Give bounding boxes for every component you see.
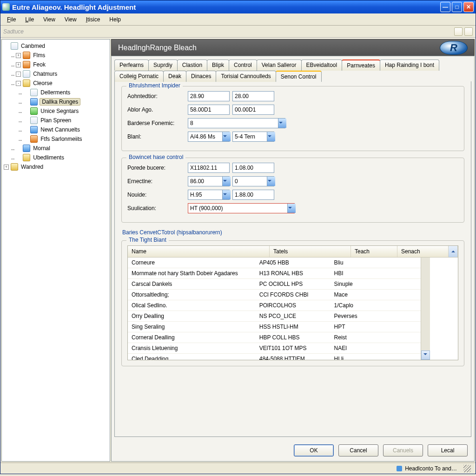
blanl-combo-2[interactable]: 5-4 Tern bbox=[232, 132, 274, 142]
table-row[interactable]: Cled Deadding484-5088 HTTlEMHI li bbox=[128, 354, 421, 360]
expand-icon[interactable]: - bbox=[16, 72, 21, 77]
menu-lile[interactable]: Lile bbox=[20, 15, 39, 24]
suulication-combo[interactable]: HT (900,000) bbox=[188, 203, 295, 213]
tab-dinaces[interactable]: Dinaces bbox=[186, 71, 216, 82]
tree-item[interactable]: +Wandred bbox=[3, 162, 109, 172]
table-row[interactable]: Sing SeralingHSS HSTLl-HMHPT bbox=[128, 322, 421, 332]
local-button[interactable]: Lecal bbox=[428, 444, 468, 456]
ernectlne-combo-2[interactable]: 0 bbox=[232, 176, 274, 186]
tab-strip-row-1: PerfearnsSuprdiyClastionBlipkControlVela… bbox=[112, 56, 474, 70]
aohntedtior-input-1[interactable]: 28.90 bbox=[188, 91, 230, 101]
expand-icon[interactable]: - bbox=[16, 81, 21, 86]
tab-control[interactable]: Control bbox=[229, 60, 257, 71]
tree-item[interactable]: …Ubedliments bbox=[3, 153, 109, 162]
table-row[interactable]: Ottorsaltledlng;CCl FCORDS CHBlMace bbox=[128, 290, 421, 300]
expand-icon[interactable]: + bbox=[16, 53, 21, 58]
menu-help[interactable]: Help bbox=[105, 15, 126, 24]
blanl-combo-1[interactable]: A/4.86 Ms bbox=[188, 132, 230, 142]
resize-grip-icon[interactable] bbox=[463, 465, 471, 472]
tree-item[interactable]: …-Cleorse bbox=[3, 79, 109, 88]
tree-item[interactable]: …Newt Cannuelts bbox=[3, 125, 109, 134]
tree-item-label: Dallka Runges bbox=[40, 98, 80, 106]
tab-torisial-cannoulleds[interactable]: Torisial Cannoulleds bbox=[216, 71, 276, 82]
tab-clastion[interactable]: Clastion bbox=[177, 60, 207, 71]
cell-teach: NAEl bbox=[331, 343, 374, 353]
blue-icon bbox=[30, 126, 38, 133]
menu-view-2[interactable]: View bbox=[60, 15, 81, 24]
folder-icon bbox=[23, 79, 30, 87]
cell-teach: Reist bbox=[331, 332, 374, 343]
tree-item[interactable]: …Ftfs Sarlonmeiits bbox=[3, 134, 109, 144]
tab-hap-rainding-i-bont[interactable]: Hap Rainding I bont bbox=[380, 60, 439, 71]
tree-item[interactable]: …Plan Spreen bbox=[3, 116, 109, 125]
maximize-button[interactable]: □ bbox=[452, 2, 462, 12]
section-link[interactable]: Baries CenvetCTotrol (hipsalbanorurern) bbox=[122, 229, 464, 236]
expand-icon[interactable]: + bbox=[4, 165, 9, 170]
col-senach[interactable]: Senach bbox=[397, 246, 449, 257]
tab-blipk[interactable]: Blipk bbox=[207, 60, 229, 71]
tab-senon-control[interactable]: Senon Control bbox=[276, 71, 322, 82]
cell-senach bbox=[373, 258, 421, 268]
cell-senach bbox=[373, 343, 421, 353]
tab-velan-salleror[interactable]: Velan Salleror bbox=[257, 60, 302, 71]
tab-colleig-pornatic[interactable]: Colleig Pornatic bbox=[114, 71, 164, 82]
tree-view[interactable]: Canbmed…+Flms…+Feok…-Chatmurs…-Cleorse…D… bbox=[2, 40, 110, 461]
tree-item[interactable]: …+Feok bbox=[3, 60, 109, 69]
tree-item[interactable]: …+Flms bbox=[3, 51, 109, 60]
page-icon bbox=[30, 89, 38, 96]
toolbar-button-2[interactable] bbox=[464, 27, 473, 36]
ok-button[interactable]: OK bbox=[294, 444, 334, 456]
ablor-input-1[interactable]: 58.00D1 bbox=[188, 105, 230, 115]
minimize-button[interactable]: — bbox=[440, 2, 450, 12]
cancel-button[interactable]: Cancel bbox=[338, 444, 378, 456]
porede-input-2[interactable]: 1.08.00 bbox=[232, 163, 274, 173]
scroll-up-button[interactable] bbox=[449, 246, 458, 257]
scroll-down-button[interactable] bbox=[421, 350, 430, 360]
table-row[interactable]: Corneral DeallingHBP COLL HBSReist bbox=[128, 332, 421, 343]
table-row[interactable]: Orry DeallingNS PCO_LICEPeverses bbox=[128, 311, 421, 322]
window-title: Eutre Aliageov. Headlight Adjustment bbox=[12, 3, 439, 11]
cancels-button[interactable]: Canuels bbox=[383, 444, 423, 456]
menu-file[interactable]: File bbox=[2, 15, 20, 24]
nouide-input-2[interactable]: 1.88.00 bbox=[232, 190, 274, 200]
tab-perfearns[interactable]: Perfearns bbox=[114, 60, 149, 71]
cell-senach bbox=[373, 322, 421, 332]
table-row[interactable]: Cransis LletueningVElT101 1OT MPSNAEl bbox=[128, 343, 421, 354]
expand-icon[interactable]: + bbox=[16, 62, 21, 67]
tab-parnveates[interactable]: Parnveates bbox=[342, 60, 380, 71]
table-row[interactable]: Mornmate not hary Starth Dobeir Agadares… bbox=[128, 268, 421, 279]
tree-item[interactable]: …Mornal bbox=[3, 144, 109, 153]
toolbar-button-1[interactable] bbox=[454, 27, 463, 36]
table-row[interactable]: Olical Sedlino.POlRCOLHOS1/Caplo bbox=[128, 300, 421, 311]
ablor-input-2[interactable]: 00.00D1 bbox=[232, 105, 274, 115]
tree-item-label: Dellerments bbox=[40, 89, 71, 96]
tree-item[interactable]: …Dellerments bbox=[3, 88, 109, 97]
col-tatels[interactable]: Tatels bbox=[270, 246, 351, 257]
ernectlne-combo-1[interactable]: 86.00 bbox=[188, 176, 230, 186]
tab-suprdiy[interactable]: Suprdiy bbox=[148, 60, 178, 71]
group-bowincet: Bowincet hase control Porede bucere: X11… bbox=[121, 158, 464, 223]
porede-input-1[interactable]: X11802.11 bbox=[188, 163, 230, 173]
menu-itisice[interactable]: Itisice bbox=[81, 15, 105, 24]
tab-ebveidaltool[interactable]: EBveidaltool bbox=[301, 60, 343, 71]
tree-item[interactable]: Canbmed bbox=[3, 41, 109, 51]
close-button[interactable]: ✕ bbox=[463, 2, 474, 12]
app-window: Eutre Aliageov. Headlight Adjustment — □… bbox=[0, 0, 476, 474]
tree-item[interactable]: …Dallka Runges bbox=[3, 97, 109, 106]
tab-deak[interactable]: Deak bbox=[163, 71, 186, 82]
page-icon bbox=[11, 42, 18, 50]
nouide-combo-1[interactable]: H.95 bbox=[188, 190, 230, 200]
menu-view-1[interactable]: View bbox=[39, 15, 60, 24]
col-teach[interactable]: Teach bbox=[351, 246, 397, 257]
table-row[interactable]: CorneureAP405 HBBBliu bbox=[128, 258, 421, 268]
tree-item[interactable]: …Unice Segntars bbox=[3, 106, 109, 116]
tree-item[interactable]: …-Chatmurs bbox=[3, 69, 109, 79]
titlebar: Eutre Aliageov. Headlight Adjustment — □… bbox=[0, 0, 476, 13]
content-title: HeadlnghRange Bleach bbox=[118, 44, 197, 52]
barderse-combo[interactable]: 8 bbox=[188, 118, 285, 128]
field-label: Aohntedtior: bbox=[127, 93, 188, 99]
col-name[interactable]: Name bbox=[128, 246, 270, 257]
table-scrollbar[interactable] bbox=[421, 258, 430, 360]
aohntedtior-input-2[interactable]: 28.00 bbox=[232, 91, 274, 101]
table-row[interactable]: Carscal DankelsPC OCllOLL HPSSinuple bbox=[128, 279, 421, 290]
